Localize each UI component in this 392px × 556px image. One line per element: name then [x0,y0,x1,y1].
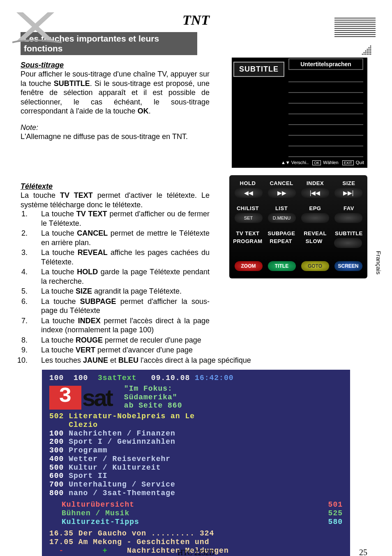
btn-yellow-goto[interactable]: GOTO [301,261,329,271]
svg-point-1 [369,47,370,49]
teletext-list-item: La touche TV TEXT permet d'afficher ou d… [30,209,210,228]
ttx-menu-line: 500 Kultur / Kulturzeit [49,463,343,472]
svg-point-5 [370,49,371,50]
subtitle-osd: SUBTITLE Untertitelsprachen ▲▼ Verschi..… [232,58,367,168]
teletext-list-item: La touche CANCEL permet de mettre le Tél… [30,229,210,247]
btn-chlist[interactable]: CH/LIST [232,205,264,211]
btn-index[interactable]: INDEX [299,180,331,186]
side-language-label: Français [375,251,382,275]
ttx-menu-line: 400 Wetter / Reiseverkehr [49,455,343,463]
svg-point-3 [367,49,368,50]
logo-3sat: 3sat [49,384,112,412]
remote-control: HOLD CANCEL INDEX SIZE ◀◀ ▶▶ |◀◀ ▶▶| CH/… [229,175,367,278]
svg-point-6 [365,51,367,52]
svg-point-0 [370,46,371,47]
teletext-list-item: La touche VERT permet d'avancer d'une pa… [30,345,317,355]
note-label: Note: [21,123,210,132]
svg-point-13 [369,52,370,53]
rewind-icon[interactable]: ◀◀ [235,188,263,198]
page-title: TNT [21,12,371,28]
btn-slow[interactable]: SLOW [298,238,330,248]
svg-point-15 [362,54,363,55]
btn-size[interactable]: SIZE [333,180,365,186]
osd-tab: SUBTITLE [233,62,284,77]
btn-fav[interactable]: FAV [333,205,365,211]
ffwd-icon[interactable]: ▶▶ [268,188,296,198]
svg-point-16 [364,54,365,55]
btn-dmenu[interactable]: D.MENU [268,213,296,223]
btn-repeat[interactable]: REPEAT [265,238,297,248]
ttx-menu-line: 200 Sport I / Gewinnzahlen [49,438,343,446]
osd-lang-title: Untertitelsprachen [288,58,363,70]
svg-point-19 [369,54,370,55]
btn-blank1[interactable] [301,213,329,223]
teletext-list-item: La touche INDEX permet l'accès direct à … [30,316,210,335]
osd-footer: ▲▼ Verschi.. OK Wählen EXIT Quit [281,160,364,165]
ttx-color-line: Bühnen / Musik525 [49,509,343,518]
svg-point-10 [364,52,365,53]
svg-point-12 [367,52,368,53]
btn-blank3[interactable] [334,238,362,248]
btn-green-title[interactable]: TITLE [268,261,296,271]
teletext-list-item: La touche SUBPAGE permet d'afficher la s… [30,297,210,315]
svg-point-8 [369,51,370,52]
btn-blank2[interactable] [334,213,362,223]
teletext-list-item: Les touches JAUNE et BLEU l'accès direct… [30,356,317,365]
teletext-list-item: La touche SIZE agrandit la page Télétext… [30,287,210,296]
teletext-screenshot: 100 100 3satText 09.10.08 16:42:00 3sat … [42,370,350,556]
btn-list[interactable]: LIST [265,205,297,211]
svg-point-11 [365,52,367,53]
svg-point-14 [370,52,371,53]
btn-epg[interactable]: EPG [299,205,331,211]
btn-blue-screen[interactable]: SCREEN [334,261,362,271]
dot-triangle-icon [360,45,371,56]
teletext-list-item: La touche REVEAL affiche les pages caché… [30,248,210,266]
ttx-color-line: Kulturzeit-Tipps580 [49,518,343,526]
ttx-menu-line: 300 Programm [49,446,343,455]
footer-model: HTC 2232D [0,549,392,556]
decorative-lines [334,16,376,38]
btn-cancel[interactable]: CANCEL [265,180,297,186]
teletext-intro: La touche TV TEXT permet d'activer le té… [21,191,210,209]
btn-subpage[interactable]: SUBPAGE [265,230,297,236]
btn-program[interactable]: PROGRAM [232,238,264,248]
btn-tvtext[interactable]: TV TEXT [232,230,264,236]
btn-set[interactable]: SET [235,213,263,223]
teletext-list: La touche TV TEXT permet d'afficher ou d… [30,209,210,365]
ttx-menu-line: 800 nano / 3sat-Thementage [49,489,343,498]
svg-point-20 [370,54,371,55]
note-text: L'Allemagne ne diffuse pas de sous-titra… [21,132,210,141]
svg-point-7 [367,51,368,52]
svg-point-4 [369,49,370,50]
ttx-menu-line: 700 Unterhaltung / Service [49,480,343,489]
subtitle-paragraph: Pour afficher le sous-titrage d'une chaî… [21,70,210,116]
svg-point-9 [370,51,371,52]
ttx-menu-line: 100 Nachrichten / Finanzen [49,429,343,438]
subtitle-heading: Sous-titrage [21,61,210,70]
ttx-color-line: Kulturübersicht501 [49,500,343,509]
teletext-list-item: La touche ROUGE permet de reculer d'une … [30,336,317,345]
svg-point-2 [370,47,371,49]
ttx-menu-line: 600 Sport II [49,472,343,480]
btn-reveal[interactable]: REVEAL [299,230,331,236]
btn-red-zoom[interactable]: ZOOM [235,261,263,271]
logo-x-icon [12,10,62,43]
skip-back-icon[interactable]: |◀◀ [301,188,329,198]
skip-fwd-icon[interactable]: ▶▶| [334,188,362,198]
btn-hold[interactable]: HOLD [232,180,264,186]
page-number: 25 [359,548,367,556]
btn-subtitle[interactable]: SUBTITLE [333,230,365,236]
teletext-list-item: La touche HOLD garde la page Télétexte p… [30,267,210,286]
svg-point-18 [367,54,368,55]
svg-point-17 [365,54,367,55]
